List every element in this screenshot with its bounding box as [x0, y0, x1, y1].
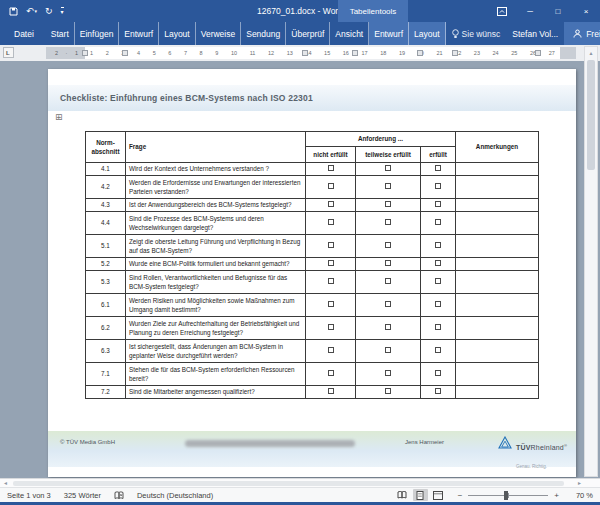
cell-notes[interactable]	[456, 386, 539, 399]
tab-einfuegen[interactable]: Einfügen	[75, 22, 120, 45]
checkbox-not-fulfilled[interactable]	[328, 219, 334, 225]
scroll-up-icon[interactable]: ▲	[585, 47, 597, 59]
checkbox-fulfilled[interactable]	[435, 324, 441, 330]
zoom-in-button[interactable]: +	[554, 491, 559, 500]
cell-notes[interactable]	[456, 294, 539, 317]
checkbox-not-fulfilled[interactable]	[328, 324, 334, 330]
zoom-out-button[interactable]: −	[458, 491, 463, 500]
customize-quick-access-button[interactable]: ▾	[61, 7, 64, 15]
checkbox-partially-fulfilled[interactable]	[385, 347, 391, 353]
tab-layout[interactable]: Layout	[159, 22, 196, 45]
checkbox-fulfilled[interactable]	[435, 242, 441, 248]
checkbox-not-fulfilled[interactable]	[328, 260, 334, 266]
close-button[interactable]: ×	[572, 0, 600, 22]
checkbox-partially-fulfilled[interactable]	[385, 260, 391, 266]
read-mode-button[interactable]	[395, 489, 410, 501]
checkbox-fulfilled[interactable]	[435, 201, 441, 207]
ruler-column-marker[interactable]	[302, 50, 308, 56]
checkbox-not-fulfilled[interactable]	[328, 183, 334, 189]
tab-start[interactable]: Start	[46, 22, 75, 45]
checkbox-fulfilled[interactable]	[435, 260, 441, 266]
undo-dropdown-icon[interactable]: ▾	[35, 9, 38, 14]
cell-notes[interactable]	[456, 199, 539, 212]
checkbox-partially-fulfilled[interactable]	[385, 278, 391, 284]
checkbox-partially-fulfilled[interactable]	[385, 370, 391, 376]
checkbox-partially-fulfilled[interactable]	[385, 219, 391, 225]
tab-datei[interactable]: Datei	[9, 22, 39, 45]
ruler-column-marker[interactable]	[535, 50, 541, 56]
ruler-column-marker[interactable]	[452, 50, 458, 56]
ruler-column-marker[interactable]	[82, 50, 88, 56]
zoom-level[interactable]: 70 %	[565, 491, 593, 500]
checkbox-partially-fulfilled[interactable]	[385, 242, 391, 248]
language-status[interactable]: Deutsch (Deutschland)	[137, 491, 213, 500]
tab-verweise[interactable]: Verweise	[196, 22, 242, 45]
checkbox-not-fulfilled[interactable]	[328, 242, 334, 248]
cell-notes[interactable]	[456, 235, 539, 258]
checkbox-fulfilled[interactable]	[435, 370, 441, 376]
tell-me-box[interactable]: Sie wünsc	[446, 22, 507, 45]
checkbox-fulfilled[interactable]	[435, 301, 441, 307]
tab-ansicht[interactable]: Ansicht	[330, 22, 369, 45]
checkbox-not-fulfilled[interactable]	[328, 165, 334, 171]
checkbox-fulfilled[interactable]	[435, 347, 441, 353]
cell-notes[interactable]	[456, 317, 539, 340]
tab-entwurf[interactable]: Entwurf	[119, 22, 159, 45]
cell-notes[interactable]	[456, 271, 539, 294]
zoom-slider-thumb[interactable]	[504, 491, 508, 500]
checkbox-not-fulfilled[interactable]	[328, 301, 334, 307]
word-count[interactable]: 325 Wörter	[64, 491, 101, 500]
document-page[interactable]: Checkliste: Einführung eines BCM-Systems…	[48, 69, 576, 477]
cell-notes[interactable]	[456, 176, 539, 199]
checkbox-fulfilled[interactable]	[435, 219, 441, 225]
maximize-button[interactable]: □	[544, 0, 572, 22]
undo-button[interactable]: ↶▾	[26, 7, 37, 16]
table-move-handle[interactable]: ⊞	[55, 113, 63, 122]
tab-sendung[interactable]: Sendung	[241, 22, 286, 45]
minimize-button[interactable]: ─	[516, 0, 544, 22]
checkbox-not-fulfilled[interactable]	[328, 201, 334, 207]
scroll-right-icon[interactable]: ►	[577, 480, 582, 486]
zoom-slider[interactable]	[468, 491, 548, 500]
vertical-scroll-thumb[interactable]	[587, 60, 595, 170]
checkbox-not-fulfilled[interactable]	[328, 278, 334, 284]
proofing-status-button[interactable]	[114, 491, 124, 500]
cell-notes[interactable]	[456, 212, 539, 235]
horizontal-scrollbar[interactable]: ◄ ►	[0, 478, 600, 487]
tab-tabletools-layout[interactable]: Layout	[409, 22, 446, 45]
ribbon-display-options-button[interactable]	[488, 0, 516, 22]
vertical-scrollbar[interactable]: ▲	[584, 46, 598, 477]
web-layout-button[interactable]	[431, 489, 446, 501]
checkbox-partially-fulfilled[interactable]	[385, 388, 391, 394]
tab-tabletools-entwurf[interactable]: Entwurf	[369, 22, 409, 45]
cell-notes[interactable]	[456, 363, 539, 386]
checkbox-fulfilled[interactable]	[435, 165, 441, 171]
ruler-column-marker[interactable]	[417, 50, 423, 56]
horizontal-ruler[interactable]: 2 · 1 1234567891011121314151617181920212…	[46, 47, 576, 59]
checkbox-not-fulfilled[interactable]	[328, 347, 334, 353]
checkbox-not-fulfilled[interactable]	[328, 370, 334, 376]
save-button[interactable]	[9, 7, 18, 16]
checkbox-fulfilled[interactable]	[435, 278, 441, 284]
ruler-column-marker[interactable]	[122, 50, 128, 56]
checkbox-partially-fulfilled[interactable]	[385, 324, 391, 330]
checkbox-not-fulfilled[interactable]	[328, 388, 334, 394]
checkbox-partially-fulfilled[interactable]	[385, 201, 391, 207]
ruler-column-marker[interactable]	[352, 50, 358, 56]
cell-notes[interactable]	[456, 340, 539, 363]
checkbox-fulfilled[interactable]	[435, 388, 441, 394]
checkbox-fulfilled[interactable]	[435, 183, 441, 189]
horizontal-scroll-thumb[interactable]	[13, 481, 564, 486]
redo-button[interactable]: ↻	[45, 7, 53, 16]
share-button[interactable]: Freigeben	[564, 22, 600, 45]
account-name[interactable]: Stefan Vol...	[506, 22, 564, 45]
checkbox-partially-fulfilled[interactable]	[385, 301, 391, 307]
checkbox-partially-fulfilled[interactable]	[385, 165, 391, 171]
scroll-left-icon[interactable]: ◄	[3, 480, 8, 486]
cell-notes[interactable]	[456, 258, 539, 271]
page-count[interactable]: Seite 1 von 3	[7, 491, 51, 500]
cell-notes[interactable]	[456, 163, 539, 176]
tab-stop-selector[interactable]: L	[3, 47, 14, 58]
print-layout-button[interactable]	[413, 489, 428, 501]
tab-ueberpruefen[interactable]: Überprüf	[286, 22, 330, 45]
